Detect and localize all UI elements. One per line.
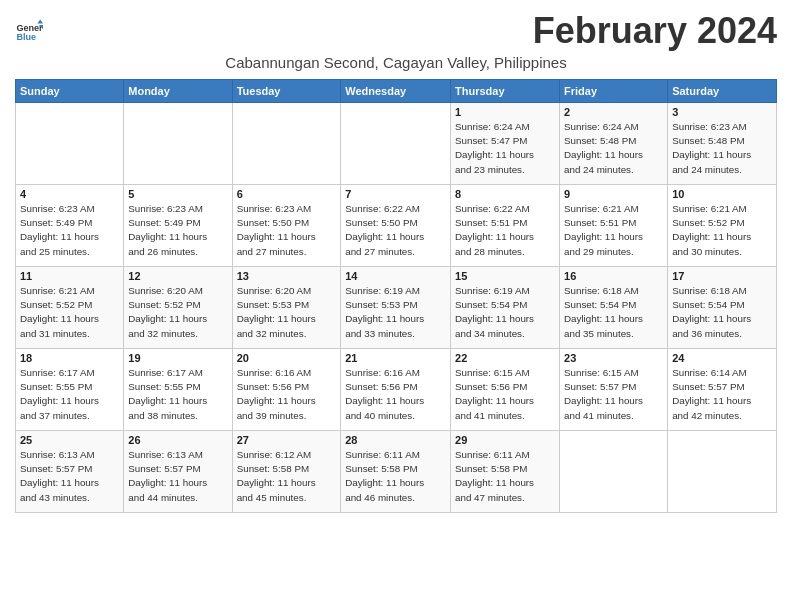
day-number: 15 (455, 270, 555, 282)
day-number: 16 (564, 270, 663, 282)
day-number: 1 (455, 106, 555, 118)
calendar-cell: 7Sunrise: 6:22 AM Sunset: 5:50 PM Daylig… (341, 185, 451, 267)
calendar-week-1: 1Sunrise: 6:24 AM Sunset: 5:47 PM Daylig… (16, 103, 777, 185)
day-number: 22 (455, 352, 555, 364)
day-info: Sunrise: 6:23 AM Sunset: 5:49 PM Dayligh… (128, 202, 227, 259)
day-number: 25 (20, 434, 119, 446)
calendar-cell: 13Sunrise: 6:20 AM Sunset: 5:53 PM Dayli… (232, 267, 341, 349)
day-info: Sunrise: 6:20 AM Sunset: 5:52 PM Dayligh… (128, 284, 227, 341)
calendar-cell: 18Sunrise: 6:17 AM Sunset: 5:55 PM Dayli… (16, 349, 124, 431)
day-info: Sunrise: 6:15 AM Sunset: 5:56 PM Dayligh… (455, 366, 555, 423)
calendar-cell: 15Sunrise: 6:19 AM Sunset: 5:54 PM Dayli… (451, 267, 560, 349)
calendar-cell: 6Sunrise: 6:23 AM Sunset: 5:50 PM Daylig… (232, 185, 341, 267)
calendar-table: SundayMondayTuesdayWednesdayThursdayFrid… (15, 79, 777, 513)
calendar-cell: 24Sunrise: 6:14 AM Sunset: 5:57 PM Dayli… (668, 349, 777, 431)
calendar-cell: 5Sunrise: 6:23 AM Sunset: 5:49 PM Daylig… (124, 185, 232, 267)
day-info: Sunrise: 6:13 AM Sunset: 5:57 PM Dayligh… (20, 448, 119, 505)
calendar-cell: 29Sunrise: 6:11 AM Sunset: 5:58 PM Dayli… (451, 431, 560, 513)
calendar-cell: 14Sunrise: 6:19 AM Sunset: 5:53 PM Dayli… (341, 267, 451, 349)
location-title: Cabannungan Second, Cagayan Valley, Phil… (15, 54, 777, 71)
weekday-header-wednesday: Wednesday (341, 80, 451, 103)
day-info: Sunrise: 6:17 AM Sunset: 5:55 PM Dayligh… (20, 366, 119, 423)
weekday-header-row: SundayMondayTuesdayWednesdayThursdayFrid… (16, 80, 777, 103)
weekday-header-friday: Friday (560, 80, 668, 103)
weekday-header-tuesday: Tuesday (232, 80, 341, 103)
calendar-week-2: 4Sunrise: 6:23 AM Sunset: 5:49 PM Daylig… (16, 185, 777, 267)
day-info: Sunrise: 6:23 AM Sunset: 5:48 PM Dayligh… (672, 120, 772, 177)
day-number: 3 (672, 106, 772, 118)
day-number: 5 (128, 188, 227, 200)
day-number: 18 (20, 352, 119, 364)
day-info: Sunrise: 6:18 AM Sunset: 5:54 PM Dayligh… (564, 284, 663, 341)
day-number: 23 (564, 352, 663, 364)
calendar-cell: 26Sunrise: 6:13 AM Sunset: 5:57 PM Dayli… (124, 431, 232, 513)
day-info: Sunrise: 6:11 AM Sunset: 5:58 PM Dayligh… (345, 448, 446, 505)
weekday-header-sunday: Sunday (16, 80, 124, 103)
day-number: 4 (20, 188, 119, 200)
calendar-cell: 27Sunrise: 6:12 AM Sunset: 5:58 PM Dayli… (232, 431, 341, 513)
day-info: Sunrise: 6:24 AM Sunset: 5:47 PM Dayligh… (455, 120, 555, 177)
day-info: Sunrise: 6:21 AM Sunset: 5:52 PM Dayligh… (672, 202, 772, 259)
weekday-header-saturday: Saturday (668, 80, 777, 103)
svg-text:Blue: Blue (16, 32, 36, 42)
calendar-cell: 12Sunrise: 6:20 AM Sunset: 5:52 PM Dayli… (124, 267, 232, 349)
day-number: 13 (237, 270, 337, 282)
svg-marker-2 (37, 19, 43, 23)
calendar-cell: 3Sunrise: 6:23 AM Sunset: 5:48 PM Daylig… (668, 103, 777, 185)
month-title: February 2024 (533, 10, 777, 52)
header: General Blue February 2024 (15, 10, 777, 52)
day-number: 17 (672, 270, 772, 282)
day-info: Sunrise: 6:19 AM Sunset: 5:54 PM Dayligh… (455, 284, 555, 341)
day-number: 7 (345, 188, 446, 200)
day-info: Sunrise: 6:14 AM Sunset: 5:57 PM Dayligh… (672, 366, 772, 423)
calendar-cell: 28Sunrise: 6:11 AM Sunset: 5:58 PM Dayli… (341, 431, 451, 513)
day-number: 19 (128, 352, 227, 364)
calendar-week-5: 25Sunrise: 6:13 AM Sunset: 5:57 PM Dayli… (16, 431, 777, 513)
day-info: Sunrise: 6:20 AM Sunset: 5:53 PM Dayligh… (237, 284, 337, 341)
calendar-cell (124, 103, 232, 185)
calendar-cell: 8Sunrise: 6:22 AM Sunset: 5:51 PM Daylig… (451, 185, 560, 267)
calendar-week-3: 11Sunrise: 6:21 AM Sunset: 5:52 PM Dayli… (16, 267, 777, 349)
day-info: Sunrise: 6:24 AM Sunset: 5:48 PM Dayligh… (564, 120, 663, 177)
calendar-cell: 17Sunrise: 6:18 AM Sunset: 5:54 PM Dayli… (668, 267, 777, 349)
day-info: Sunrise: 6:17 AM Sunset: 5:55 PM Dayligh… (128, 366, 227, 423)
day-info: Sunrise: 6:21 AM Sunset: 5:52 PM Dayligh… (20, 284, 119, 341)
day-number: 29 (455, 434, 555, 446)
day-info: Sunrise: 6:16 AM Sunset: 5:56 PM Dayligh… (237, 366, 337, 423)
calendar-cell: 23Sunrise: 6:15 AM Sunset: 5:57 PM Dayli… (560, 349, 668, 431)
day-number: 6 (237, 188, 337, 200)
calendar-cell (16, 103, 124, 185)
day-info: Sunrise: 6:13 AM Sunset: 5:57 PM Dayligh… (128, 448, 227, 505)
calendar-cell: 16Sunrise: 6:18 AM Sunset: 5:54 PM Dayli… (560, 267, 668, 349)
calendar-week-4: 18Sunrise: 6:17 AM Sunset: 5:55 PM Dayli… (16, 349, 777, 431)
calendar-cell (341, 103, 451, 185)
day-number: 2 (564, 106, 663, 118)
day-info: Sunrise: 6:16 AM Sunset: 5:56 PM Dayligh… (345, 366, 446, 423)
day-number: 28 (345, 434, 446, 446)
calendar-cell: 25Sunrise: 6:13 AM Sunset: 5:57 PM Dayli… (16, 431, 124, 513)
calendar-cell (232, 103, 341, 185)
day-info: Sunrise: 6:18 AM Sunset: 5:54 PM Dayligh… (672, 284, 772, 341)
day-info: Sunrise: 6:21 AM Sunset: 5:51 PM Dayligh… (564, 202, 663, 259)
day-info: Sunrise: 6:15 AM Sunset: 5:57 PM Dayligh… (564, 366, 663, 423)
calendar-cell: 4Sunrise: 6:23 AM Sunset: 5:49 PM Daylig… (16, 185, 124, 267)
day-info: Sunrise: 6:11 AM Sunset: 5:58 PM Dayligh… (455, 448, 555, 505)
day-number: 21 (345, 352, 446, 364)
calendar-cell: 22Sunrise: 6:15 AM Sunset: 5:56 PM Dayli… (451, 349, 560, 431)
day-number: 8 (455, 188, 555, 200)
calendar-cell: 20Sunrise: 6:16 AM Sunset: 5:56 PM Dayli… (232, 349, 341, 431)
day-info: Sunrise: 6:23 AM Sunset: 5:50 PM Dayligh… (237, 202, 337, 259)
logo: General Blue (15, 18, 43, 46)
calendar-body: 1Sunrise: 6:24 AM Sunset: 5:47 PM Daylig… (16, 103, 777, 513)
day-number: 11 (20, 270, 119, 282)
weekday-header-thursday: Thursday (451, 80, 560, 103)
weekday-header-monday: Monday (124, 80, 232, 103)
day-number: 10 (672, 188, 772, 200)
calendar-cell: 10Sunrise: 6:21 AM Sunset: 5:52 PM Dayli… (668, 185, 777, 267)
day-info: Sunrise: 6:22 AM Sunset: 5:51 PM Dayligh… (455, 202, 555, 259)
calendar-cell (560, 431, 668, 513)
calendar-cell: 11Sunrise: 6:21 AM Sunset: 5:52 PM Dayli… (16, 267, 124, 349)
calendar-cell (668, 431, 777, 513)
day-number: 12 (128, 270, 227, 282)
day-info: Sunrise: 6:23 AM Sunset: 5:49 PM Dayligh… (20, 202, 119, 259)
